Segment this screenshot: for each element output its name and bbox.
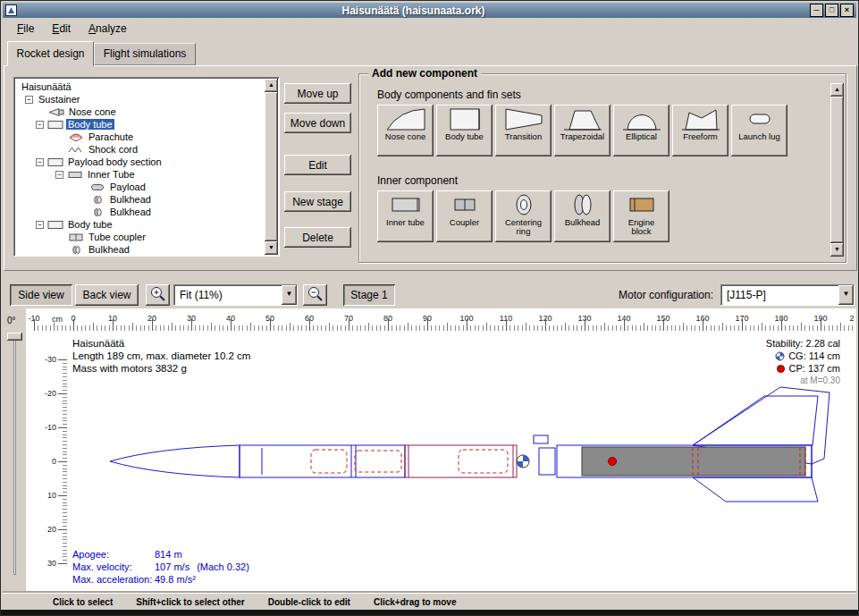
transition-icon [503, 107, 544, 131]
tab-rocket-design[interactable]: Rocket design [7, 41, 94, 66]
motor-configuration-select[interactable]: [J115-P] ▼ [720, 284, 855, 306]
add-nose-cone-button[interactable]: Nose cone [377, 105, 434, 156]
title-bar[interactable]: Haisunäätä (haisunaata.ork) ─ □ × [3, 3, 856, 18]
acceleration-label: Max. acceleration: [72, 573, 155, 586]
menu-edit[interactable]: Edit [45, 20, 78, 38]
minimize-icon[interactable]: ─ [810, 4, 823, 17]
ruler-tick-label: -30 [45, 355, 56, 364]
bulkhead-icon [562, 193, 603, 217]
expander-icon[interactable]: − [55, 171, 63, 179]
tree-item-label: Payload [108, 181, 147, 192]
tree-item-label: Bulkhead [108, 194, 153, 205]
tree-item[interactable]: Shock cord [16, 143, 264, 156]
maximize-icon[interactable]: □ [825, 4, 838, 17]
add-bulkhead-button[interactable]: Bulkhead [554, 190, 611, 242]
scrollbar-thumb[interactable] [265, 92, 278, 241]
vertical-ruler: -30 -20 -10 0 10 20 30 [26, 332, 67, 593]
back-view-button[interactable]: Back view [75, 284, 139, 306]
menu-file[interactable]: File [10, 20, 41, 38]
tree-item[interactable]: − Body tube [16, 118, 264, 131]
ruler-tick-label: -10 [45, 423, 56, 432]
body-tube-icon [47, 120, 63, 130]
add-elliptical-fin-button[interactable]: Elliptical [613, 105, 670, 156]
cp-value: CP: 137 cm [789, 362, 840, 375]
tree-item-label: Bulkhead [87, 244, 131, 255]
tree-item[interactable]: Tube coupler [16, 231, 264, 243]
scrollbar-thumb[interactable] [830, 97, 844, 243]
apogee-value: 814 m [155, 549, 182, 560]
acceleration-value: 49.8 m/s² [155, 574, 196, 585]
ruler-ticks [58, 359, 67, 564]
chevron-down-icon[interactable]: ▼ [838, 285, 854, 305]
tree-item[interactable]: − Body tube [16, 218, 264, 231]
add-transition-button[interactable]: Transition [495, 105, 552, 156]
bulkhead-icon [68, 245, 84, 255]
tree-item[interactable]: − Inner Tube [16, 168, 264, 181]
expander-icon[interactable]: − [36, 158, 44, 166]
tree-item[interactable]: − Sustainer [16, 93, 264, 105]
add-centering-ring-button[interactable]: Centering ring [495, 190, 552, 242]
hint-click-drag: Click+drag to move [374, 597, 457, 607]
tree-item[interactable]: Parachute [16, 131, 264, 143]
components-scrollbar[interactable]: ▲ ▼ [830, 83, 844, 257]
component-tree[interactable]: Haisunäätä − Sustainer Nose cone − Body … [13, 77, 280, 257]
hint-click-select: Click to select [53, 597, 113, 607]
ruler-tick-label: 20 [47, 525, 56, 534]
window-bottom-edge [1, 610, 858, 616]
tree-item[interactable]: Payload [16, 181, 264, 193]
tree-item[interactable]: Bulkhead [16, 193, 264, 206]
tree-item[interactable]: − Payload body section [16, 156, 264, 168]
tab-flight-simulations[interactable]: Flight simulations [94, 43, 196, 65]
tree-item[interactable]: Nose cone [16, 105, 264, 118]
tree-item[interactable]: Bulkhead [16, 206, 264, 218]
mach-note: at M=0.30 [766, 375, 840, 387]
zoom-level-select[interactable]: Fit (11%) ▼ [173, 284, 298, 306]
velocity-label: Max. velocity: [72, 561, 155, 573]
move-up-button[interactable]: Move up [284, 83, 351, 104]
add-engine-block-button[interactable]: Engine block [613, 190, 670, 242]
app-icon[interactable] [5, 4, 17, 16]
add-inner-tube-button[interactable]: Inner tube [377, 190, 434, 242]
hint-shift-click: Shift+click to select other [136, 597, 244, 607]
add-component-title: Add new component [368, 67, 481, 80]
scroll-down-icon[interactable]: ▼ [830, 243, 844, 257]
expander-icon[interactable]: − [36, 121, 44, 129]
new-stage-button[interactable]: New stage [284, 191, 351, 212]
rocket-design-panel: Haisunäätä − Sustainer Nose cone − Body … [4, 65, 857, 271]
tree-item[interactable]: Bulkhead [16, 243, 264, 256]
expander-icon[interactable]: − [36, 221, 44, 229]
side-view-button[interactable]: Side view [10, 284, 72, 306]
add-body-tube-button[interactable]: Body tube [436, 105, 493, 156]
zoom-out-button[interactable] [303, 284, 327, 306]
delete-button[interactable]: Delete [284, 227, 351, 248]
centering-ring-icon [503, 193, 544, 217]
edit-button[interactable]: Edit [284, 155, 351, 175]
status-bar: Click to select Shift+click to select ot… [3, 593, 856, 610]
engine-block-icon [621, 193, 662, 217]
ruler-ticks [34, 319, 856, 331]
tree-item[interactable]: Haisunäätä [16, 80, 264, 93]
rotation-slider-handle[interactable] [7, 333, 22, 341]
chevron-down-icon[interactable]: ▼ [282, 285, 297, 305]
ruler-tick-label: 0 [52, 457, 56, 466]
tree-scrollbar[interactable]: ▲ ▼ [265, 79, 278, 255]
expander-icon[interactable]: − [25, 96, 33, 104]
motor-configuration-label: Motor configuration: [619, 289, 713, 301]
scroll-up-icon[interactable]: ▲ [830, 83, 844, 97]
scroll-up-icon[interactable]: ▲ [265, 79, 278, 92]
add-trapezoidal-fin-button[interactable]: Trapezoidal [554, 105, 611, 156]
move-down-button[interactable]: Move down [284, 113, 351, 133]
cg-icon [775, 351, 785, 361]
add-coupler-button[interactable]: Coupler [436, 190, 493, 242]
rotation-slider-track[interactable] [13, 335, 16, 575]
rocket-mass: Mass with motors 3832 g [72, 362, 250, 375]
close-icon[interactable]: × [840, 4, 854, 17]
add-freeform-fin-button[interactable]: Freeform [672, 105, 728, 156]
cg-value: CG: 114 cm [788, 350, 840, 362]
velocity-mach: (Mach 0.32) [197, 561, 249, 572]
menu-analyze[interactable]: Analyze [81, 20, 134, 38]
zoom-in-button[interactable] [146, 284, 170, 306]
add-launch-lug-button[interactable]: Launch lug [731, 105, 787, 156]
stage-1-toggle[interactable]: Stage 1 [343, 284, 395, 306]
scroll-down-icon[interactable]: ▼ [265, 241, 278, 255]
